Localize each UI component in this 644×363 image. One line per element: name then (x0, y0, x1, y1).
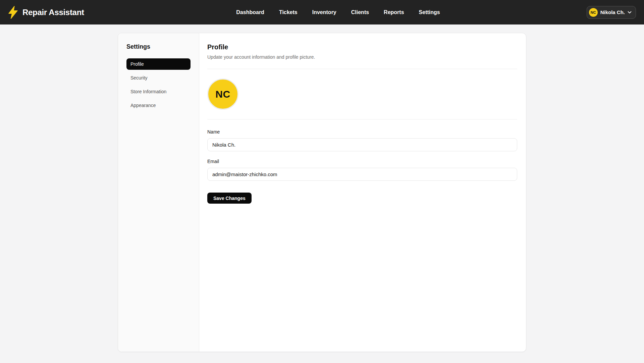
user-menu-button[interactable]: NC Nikola Ch. (587, 6, 636, 19)
name-label: Name (207, 129, 517, 135)
page-title: Profile (207, 43, 517, 51)
page-subtitle: Update your account information and prof… (207, 54, 517, 60)
profile-form: Name Email Save Changes (207, 129, 517, 204)
name-input[interactable] (207, 138, 517, 151)
sidebar-item-store-information[interactable]: Store Information (126, 86, 191, 97)
profile-avatar: NC (207, 79, 238, 110)
email-input[interactable] (207, 168, 517, 181)
nav-settings[interactable]: Settings (419, 9, 440, 15)
sidebar-title: Settings (126, 43, 191, 50)
divider (207, 119, 517, 119)
profile-panel: Profile Update your account information … (199, 33, 526, 352)
sidebar-item-security[interactable]: Security (126, 72, 191, 84)
chevron-down-icon (628, 11, 632, 14)
save-changes-button[interactable]: Save Changes (207, 193, 252, 204)
nav-tickets[interactable]: Tickets (279, 9, 298, 15)
user-name: Nikola Ch. (600, 9, 625, 15)
settings-card: Settings Profile Security Store Informat… (118, 33, 526, 352)
nav-reports[interactable]: Reports (384, 9, 404, 15)
settings-sidebar: Settings Profile Security Store Informat… (118, 33, 199, 352)
sidebar-item-appearance[interactable]: Appearance (126, 100, 191, 111)
sidebar-item-profile[interactable]: Profile (126, 58, 191, 70)
main-nav: Dashboard Tickets Inventory Clients Repo… (236, 9, 440, 15)
app-logo[interactable]: Repair Assistant (8, 6, 84, 19)
sidebar-nav: Profile Security Store Information Appea… (126, 58, 191, 111)
nav-dashboard[interactable]: Dashboard (236, 9, 264, 15)
nav-clients[interactable]: Clients (351, 9, 369, 15)
top-bar: Repair Assistant Dashboard Tickets Inven… (0, 0, 644, 24)
page-body: Settings Profile Security Store Informat… (0, 24, 644, 352)
app-title: Repair Assistant (22, 8, 84, 17)
nav-inventory[interactable]: Inventory (312, 9, 336, 15)
name-field-group: Name (207, 129, 517, 151)
email-label: Email (207, 159, 517, 164)
email-field-group: Email (207, 159, 517, 181)
user-avatar: NC (589, 8, 598, 17)
avatar-section: NC (207, 69, 517, 119)
lightning-bolt-icon (8, 6, 18, 19)
